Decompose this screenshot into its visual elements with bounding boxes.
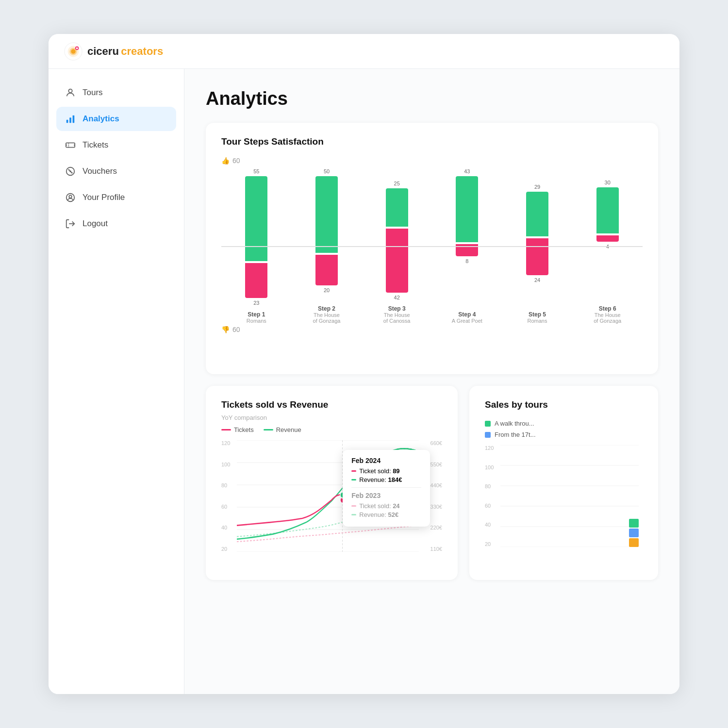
svg-rect-7 bbox=[66, 120, 68, 123]
line-chart-area: 12010080604020 660€550€440€330€220€110€ bbox=[221, 440, 442, 566]
color-block-green bbox=[629, 519, 639, 528]
legend-17th: From the 17t... bbox=[485, 431, 643, 438]
bar-negative-5 bbox=[526, 238, 548, 275]
tooltip-dot-revenue bbox=[351, 479, 356, 480]
tooltip-row-tickets-2023: Ticket sold: 24 bbox=[351, 502, 421, 510]
svg-point-6 bbox=[68, 89, 72, 93]
chart-tooltip: Feb 2024 Ticket sold: 89 Revenue: 184€ F… bbox=[343, 450, 430, 527]
zero-line bbox=[221, 246, 643, 247]
tooltip-dot-tickets bbox=[351, 470, 356, 472]
color-blocks bbox=[629, 519, 639, 547]
sales-chart-area: 12010080604020 bbox=[485, 445, 643, 562]
main-layout: Tours Analytics Tickets bbox=[49, 69, 679, 694]
legend-revenue: Revenue bbox=[264, 426, 301, 433]
svg-rect-8 bbox=[69, 117, 71, 123]
bar-positive-6 bbox=[596, 187, 619, 233]
satisfaction-chart-area: 👍 60 55 bbox=[221, 157, 643, 361]
bar-positive-5 bbox=[526, 192, 548, 236]
svg-rect-9 bbox=[73, 116, 75, 123]
logo-area: ciceru creators bbox=[64, 42, 163, 61]
sales-by-tours-card: Sales by tours A walk throu... From the … bbox=[469, 386, 658, 580]
svg-point-16 bbox=[71, 172, 73, 174]
sidebar-item-logout[interactable]: Logout bbox=[56, 212, 176, 236]
tickets-legend-color bbox=[221, 429, 231, 430]
positive-axis-label: 60 bbox=[232, 157, 240, 165]
profile-icon bbox=[65, 192, 76, 203]
tooltip-dot-revenue-2023 bbox=[351, 514, 356, 515]
tooltip-period-2024: Feb 2024 bbox=[351, 457, 421, 464]
sales-chart-svg bbox=[500, 445, 639, 547]
sidebar-item-tickets[interactable]: Tickets bbox=[56, 133, 176, 157]
walk-legend-color bbox=[485, 421, 491, 427]
thumbs-up-icon: 👍 bbox=[221, 157, 230, 165]
main-content: Analytics Tour Steps Satisfaction 👍 60 bbox=[184, 69, 679, 694]
logout-icon bbox=[65, 218, 76, 229]
person-icon bbox=[65, 87, 76, 98]
tickets-revenue-legend: Tickets Revenue bbox=[221, 426, 442, 433]
logo-icon bbox=[64, 42, 83, 61]
tooltip-dot-tickets-2023 bbox=[351, 505, 356, 507]
bar-positive-1 bbox=[245, 176, 267, 261]
chart-icon bbox=[65, 114, 76, 124]
sidebar-item-profile[interactable]: Your Profile bbox=[56, 185, 176, 210]
bar-negative-6 bbox=[596, 235, 619, 242]
voucher-icon bbox=[65, 166, 76, 177]
app-container: ciceru creators Tours Analytics bbox=[49, 34, 679, 694]
tickets-revenue-card: Tickets sold vs Revenue YoY comparison T… bbox=[206, 386, 458, 580]
revenue-legend-color bbox=[264, 429, 273, 430]
sales-by-tours-legend: A walk throu... From the 17t... bbox=[485, 420, 643, 438]
bar-positive-2 bbox=[315, 176, 338, 253]
svg-rect-10 bbox=[66, 143, 75, 147]
bars-wrapper: 55 23 Step 1 Romans bbox=[221, 168, 643, 324]
sales-by-tours-title: Sales by tours bbox=[485, 399, 643, 410]
bar-positive-3 bbox=[386, 188, 408, 227]
legend-walk: A walk throu... bbox=[485, 420, 643, 427]
bar-positive-4 bbox=[456, 176, 478, 242]
tooltip-row-revenue-2023: Revenue: 52€ bbox=[351, 511, 421, 518]
bar-negative-1 bbox=[245, 263, 267, 298]
sidebar-item-tours[interactable]: Tours bbox=[56, 81, 176, 105]
sidebar-item-vouchers[interactable]: Vouchers bbox=[56, 159, 176, 183]
negative-axis-label: 60 bbox=[232, 326, 240, 333]
17th-legend-color bbox=[485, 432, 491, 438]
color-block-blue bbox=[629, 529, 639, 537]
sidebar: Tours Analytics Tickets bbox=[49, 69, 184, 694]
tooltip-period-2023: Feb 2023 bbox=[351, 492, 421, 499]
bar-negative-2 bbox=[315, 255, 338, 285]
logo-name: ciceru creators bbox=[87, 45, 163, 58]
svg-point-18 bbox=[69, 195, 72, 198]
sales-y-axis: 12010080604020 bbox=[485, 445, 498, 547]
svg-point-3 bbox=[71, 49, 76, 54]
tickets-revenue-title: Tickets sold vs Revenue bbox=[221, 399, 442, 410]
header: ciceru creators bbox=[49, 34, 679, 69]
legend-tickets: Tickets bbox=[221, 426, 254, 433]
page-title: Analytics bbox=[206, 88, 658, 109]
tooltip-divider bbox=[351, 487, 421, 488]
tooltip-row-tickets-2024: Ticket sold: 89 bbox=[351, 467, 421, 475]
thumbs-down-icon: 👎 bbox=[221, 326, 230, 333]
svg-point-5 bbox=[76, 47, 78, 49]
y-axis-left: 12010080604020 bbox=[221, 440, 235, 552]
satisfaction-chart-title: Tour Steps Satisfaction bbox=[221, 136, 643, 147]
tickets-revenue-subtitle: YoY comparison bbox=[221, 414, 442, 421]
color-block-orange bbox=[629, 538, 639, 547]
bar-negative-3 bbox=[386, 229, 408, 293]
tooltip-row-revenue-2024: Revenue: 184€ bbox=[351, 476, 421, 483]
bottom-charts-row: Tickets sold vs Revenue YoY comparison T… bbox=[206, 386, 658, 592]
ticket-icon bbox=[65, 140, 76, 150]
sidebar-item-analytics[interactable]: Analytics bbox=[56, 107, 176, 131]
svg-point-15 bbox=[68, 169, 69, 170]
satisfaction-chart-card: Tour Steps Satisfaction 👍 60 bbox=[206, 123, 658, 374]
